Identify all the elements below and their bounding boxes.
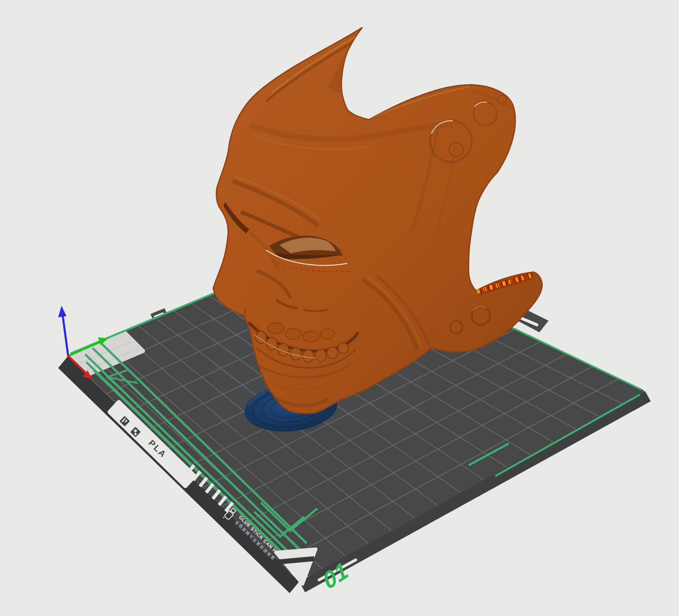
slicer-3d-viewport[interactable]: PLA GLUE STICK CAN HELP. 专用胶棒可改善粘接效果 01 <box>0 0 679 616</box>
scene-canvas[interactable]: PLA GLUE STICK CAN HELP. 专用胶棒可改善粘接效果 01 <box>0 0 679 616</box>
